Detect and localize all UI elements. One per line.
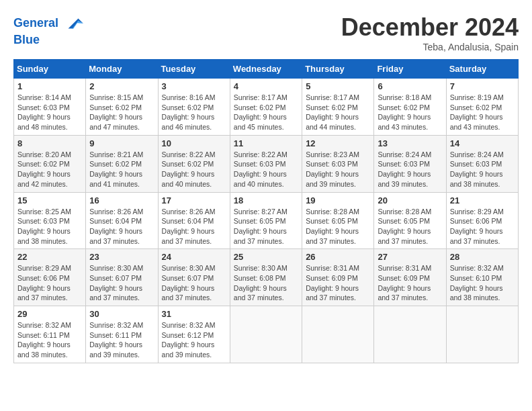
day-info: Sunrise: 8:30 AM Sunset: 6:07 PM Dayligh… xyxy=(162,263,226,303)
calendar-cell xyxy=(446,306,518,363)
day-info: Sunrise: 8:17 AM Sunset: 6:02 PM Dayligh… xyxy=(306,93,370,132)
day-info: Sunrise: 8:26 AM Sunset: 6:04 PM Dayligh… xyxy=(162,207,226,246)
day-info: Sunrise: 8:20 AM Sunset: 6:02 PM Dayligh… xyxy=(17,150,82,189)
logo-icon xyxy=(63,13,83,34)
day-number: 19 xyxy=(306,195,370,205)
calendar-cell xyxy=(230,306,302,363)
day-number: 28 xyxy=(450,252,515,262)
day-number: 26 xyxy=(306,252,370,262)
calendar-cell: 4Sunrise: 8:17 AM Sunset: 6:02 PM Daylig… xyxy=(230,79,302,136)
day-number: 15 xyxy=(17,195,82,205)
weekday-header-row: SundayMondayTuesdayWednesdayThursdayFrid… xyxy=(14,60,519,79)
calendar-cell: 12Sunrise: 8:23 AM Sunset: 6:03 PM Dayli… xyxy=(302,135,374,192)
day-info: Sunrise: 8:18 AM Sunset: 6:02 PM Dayligh… xyxy=(378,93,442,132)
day-info: Sunrise: 8:17 AM Sunset: 6:02 PM Dayligh… xyxy=(234,93,298,132)
week-row-2: 8Sunrise: 8:20 AM Sunset: 6:02 PM Daylig… xyxy=(14,135,519,192)
day-number: 8 xyxy=(17,138,82,148)
calendar-cell: 17Sunrise: 8:26 AM Sunset: 6:04 PM Dayli… xyxy=(158,192,230,249)
logo-text: General xyxy=(13,13,83,34)
calendar-cell: 11Sunrise: 8:22 AM Sunset: 6:03 PM Dayli… xyxy=(230,135,302,192)
calendar-cell: 25Sunrise: 8:30 AM Sunset: 6:08 PM Dayli… xyxy=(230,249,302,306)
calendar-cell: 26Sunrise: 8:31 AM Sunset: 6:09 PM Dayli… xyxy=(302,249,374,306)
calendar-cell: 29Sunrise: 8:32 AM Sunset: 6:11 PM Dayli… xyxy=(14,306,86,363)
day-info: Sunrise: 8:29 AM Sunset: 6:06 PM Dayligh… xyxy=(450,207,515,246)
day-number: 24 xyxy=(162,252,226,262)
calendar-cell: 2Sunrise: 8:15 AM Sunset: 6:02 PM Daylig… xyxy=(86,79,158,136)
weekday-header-sunday: Sunday xyxy=(14,60,86,79)
calendar-cell: 6Sunrise: 8:18 AM Sunset: 6:02 PM Daylig… xyxy=(374,79,446,136)
logo-general: General xyxy=(13,16,58,30)
calendar-cell: 18Sunrise: 8:27 AM Sunset: 6:05 PM Dayli… xyxy=(230,192,302,249)
day-number: 2 xyxy=(89,81,154,91)
day-info: Sunrise: 8:16 AM Sunset: 6:02 PM Dayligh… xyxy=(162,93,226,132)
day-info: Sunrise: 8:28 AM Sunset: 6:05 PM Dayligh… xyxy=(306,207,370,246)
calendar-cell: 19Sunrise: 8:28 AM Sunset: 6:05 PM Dayli… xyxy=(302,192,374,249)
day-number: 30 xyxy=(89,309,154,319)
week-row-5: 29Sunrise: 8:32 AM Sunset: 6:11 PM Dayli… xyxy=(14,306,519,363)
week-row-4: 22Sunrise: 8:29 AM Sunset: 6:06 PM Dayli… xyxy=(14,249,519,306)
calendar-cell: 3Sunrise: 8:16 AM Sunset: 6:02 PM Daylig… xyxy=(158,79,230,136)
day-info: Sunrise: 8:32 AM Sunset: 6:11 PM Dayligh… xyxy=(17,320,82,360)
weekday-header-saturday: Saturday xyxy=(446,60,518,79)
day-number: 7 xyxy=(450,81,515,91)
weekday-header-tuesday: Tuesday xyxy=(158,60,230,79)
day-info: Sunrise: 8:24 AM Sunset: 6:03 PM Dayligh… xyxy=(378,150,442,189)
calendar-cell: 20Sunrise: 8:28 AM Sunset: 6:05 PM Dayli… xyxy=(374,192,446,249)
week-row-3: 15Sunrise: 8:25 AM Sunset: 6:03 PM Dayli… xyxy=(14,192,519,249)
day-number: 13 xyxy=(378,138,442,148)
day-number: 16 xyxy=(89,195,154,205)
day-info: Sunrise: 8:32 AM Sunset: 6:12 PM Dayligh… xyxy=(162,320,226,360)
calendar-cell: 1Sunrise: 8:14 AM Sunset: 6:03 PM Daylig… xyxy=(14,79,86,136)
weekday-header-thursday: Thursday xyxy=(302,60,374,79)
day-number: 22 xyxy=(17,252,82,262)
calendar-cell: 28Sunrise: 8:32 AM Sunset: 6:10 PM Dayli… xyxy=(446,249,518,306)
calendar-cell: 9Sunrise: 8:21 AM Sunset: 6:02 PM Daylig… xyxy=(86,135,158,192)
calendar-cell: 14Sunrise: 8:24 AM Sunset: 6:03 PM Dayli… xyxy=(446,135,518,192)
day-info: Sunrise: 8:27 AM Sunset: 6:05 PM Dayligh… xyxy=(234,207,298,246)
day-info: Sunrise: 8:22 AM Sunset: 6:03 PM Dayligh… xyxy=(234,150,298,189)
calendar-table: SundayMondayTuesdayWednesdayThursdayFrid… xyxy=(13,59,519,363)
day-number: 1 xyxy=(17,81,82,91)
day-info: Sunrise: 8:19 AM Sunset: 6:02 PM Dayligh… xyxy=(450,93,515,132)
day-number: 18 xyxy=(234,195,298,205)
month-title: December 2024 xyxy=(341,13,519,42)
calendar-cell: 5Sunrise: 8:17 AM Sunset: 6:02 PM Daylig… xyxy=(302,79,374,136)
day-info: Sunrise: 8:29 AM Sunset: 6:06 PM Dayligh… xyxy=(17,263,82,303)
day-info: Sunrise: 8:21 AM Sunset: 6:02 PM Dayligh… xyxy=(89,150,154,189)
day-info: Sunrise: 8:25 AM Sunset: 6:03 PM Dayligh… xyxy=(17,207,82,246)
day-number: 21 xyxy=(450,195,515,205)
page-header: General Blue December 2024 Teba, Andalus… xyxy=(13,13,519,52)
weekday-header-friday: Friday xyxy=(374,60,446,79)
day-info: Sunrise: 8:32 AM Sunset: 6:10 PM Dayligh… xyxy=(450,263,515,303)
calendar-cell: 23Sunrise: 8:30 AM Sunset: 6:07 PM Dayli… xyxy=(86,249,158,306)
location-subtitle: Teba, Andalusia, Spain xyxy=(341,42,519,52)
calendar-cell: 31Sunrise: 8:32 AM Sunset: 6:12 PM Dayli… xyxy=(158,306,230,363)
day-number: 29 xyxy=(17,309,82,319)
calendar-cell: 7Sunrise: 8:19 AM Sunset: 6:02 PM Daylig… xyxy=(446,79,518,136)
calendar-cell: 24Sunrise: 8:30 AM Sunset: 6:07 PM Dayli… xyxy=(158,249,230,306)
day-number: 6 xyxy=(378,81,442,91)
logo: General Blue xyxy=(13,13,83,47)
day-number: 3 xyxy=(162,81,226,91)
calendar-cell: 13Sunrise: 8:24 AM Sunset: 6:03 PM Dayli… xyxy=(374,135,446,192)
day-number: 17 xyxy=(162,195,226,205)
day-number: 10 xyxy=(162,138,226,148)
day-info: Sunrise: 8:15 AM Sunset: 6:02 PM Dayligh… xyxy=(89,93,154,132)
svg-marker-0 xyxy=(69,19,84,29)
calendar-cell: 30Sunrise: 8:32 AM Sunset: 6:11 PM Dayli… xyxy=(86,306,158,363)
calendar-cell: 10Sunrise: 8:22 AM Sunset: 6:02 PM Dayli… xyxy=(158,135,230,192)
day-number: 23 xyxy=(89,252,154,262)
logo-blue: Blue xyxy=(13,34,83,47)
day-info: Sunrise: 8:32 AM Sunset: 6:11 PM Dayligh… xyxy=(89,320,154,360)
day-number: 31 xyxy=(162,309,226,319)
day-info: Sunrise: 8:28 AM Sunset: 6:05 PM Dayligh… xyxy=(378,207,442,246)
weekday-header-wednesday: Wednesday xyxy=(230,60,302,79)
day-number: 14 xyxy=(450,138,515,148)
calendar-cell xyxy=(302,306,374,363)
day-info: Sunrise: 8:31 AM Sunset: 6:09 PM Dayligh… xyxy=(306,263,370,303)
calendar-cell: 8Sunrise: 8:20 AM Sunset: 6:02 PM Daylig… xyxy=(14,135,86,192)
day-info: Sunrise: 8:22 AM Sunset: 6:02 PM Dayligh… xyxy=(162,150,226,189)
day-info: Sunrise: 8:26 AM Sunset: 6:04 PM Dayligh… xyxy=(89,207,154,246)
day-number: 27 xyxy=(378,252,442,262)
day-info: Sunrise: 8:24 AM Sunset: 6:03 PM Dayligh… xyxy=(450,150,515,189)
